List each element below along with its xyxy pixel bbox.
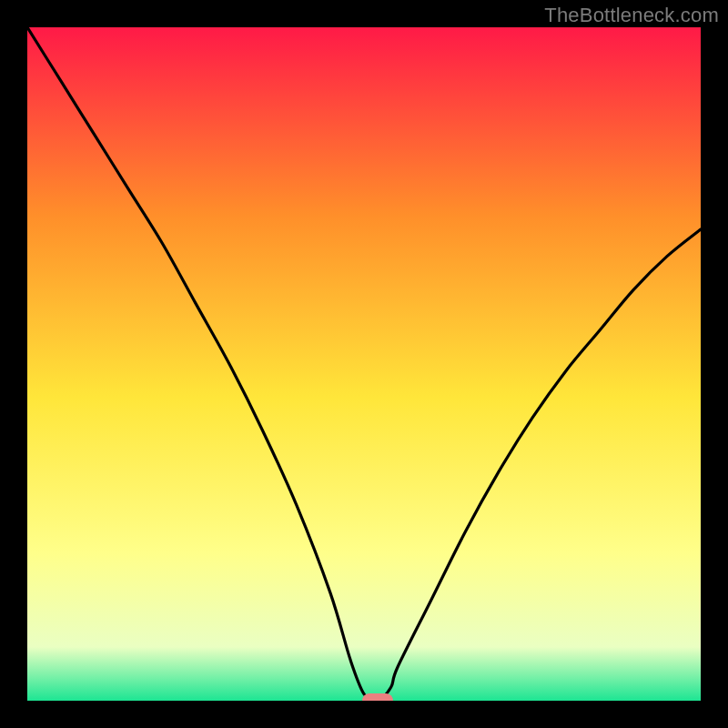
- plot-area: [27, 27, 701, 701]
- chart-frame: TheBottleneck.com: [0, 0, 728, 728]
- watermark-text: TheBottleneck.com: [544, 4, 719, 27]
- optimum-marker: [362, 693, 393, 701]
- bottleneck-curve: [27, 27, 701, 701]
